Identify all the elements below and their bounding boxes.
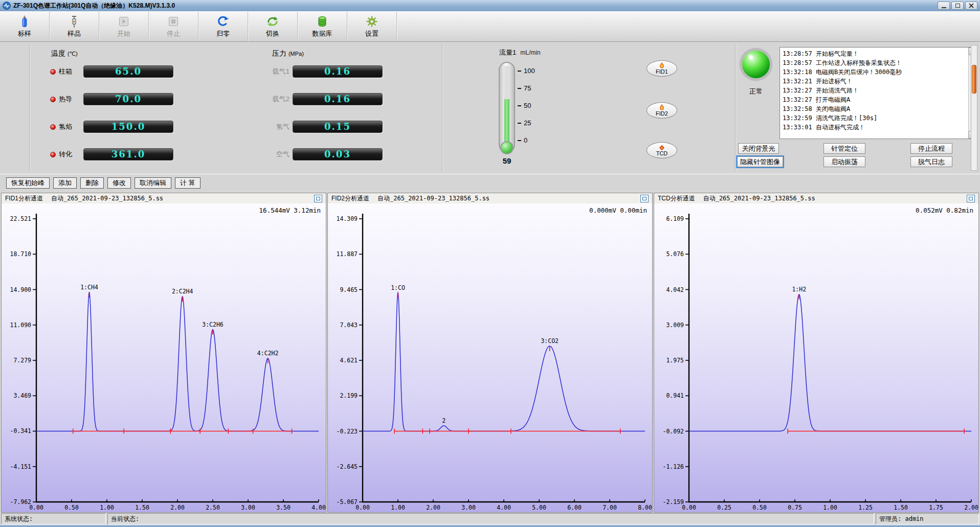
svg-text:1.00: 1.00 — [823, 504, 837, 511]
right-edge-strip[interactable] — [971, 45, 977, 171]
restore-initial-peaks-button[interactable]: 恢复初始峰 — [6, 177, 50, 189]
toolbar-label: 设置 — [365, 29, 378, 38]
temperature-label: 柱箱 — [59, 67, 80, 76]
toolbar-label: 归零 — [216, 29, 230, 38]
diamond-icon — [659, 145, 665, 151]
toolbar-button-switch[interactable]: 切换 — [248, 12, 298, 41]
svg-text:-2.645: -2.645 — [336, 463, 358, 470]
svg-text:16.544mV 3.12min: 16.544mV 3.12min — [259, 207, 321, 214]
toolbar-label: 开始 — [117, 29, 130, 38]
event-log[interactable]: 13:28:57 开始标气定量！ 13:28:57 工作站进入标样预备采集状态！… — [779, 47, 977, 139]
svg-text:0.50: 0.50 — [752, 504, 767, 511]
toolbar-button-start[interactable]: 开始 — [99, 12, 149, 41]
maximize-chart-button[interactable] — [967, 195, 975, 202]
toolbar-label: 停止 — [167, 29, 180, 38]
edge-strip-handle[interactable] — [972, 65, 976, 94]
switch-arrows-icon — [266, 15, 279, 28]
temperature-label: 热导 — [59, 95, 80, 104]
maximize-chart-button[interactable] — [640, 195, 649, 202]
svg-text:3:C2H6: 3:C2H6 — [202, 321, 224, 328]
status-led-icon — [50, 152, 56, 157]
add-peak-button[interactable]: 添加 — [53, 177, 77, 189]
system-status-led — [740, 49, 772, 80]
delete-peak-button[interactable]: 删除 — [80, 177, 104, 189]
toolbar-button-stop[interactable]: 停止 — [149, 12, 198, 41]
svg-text:-2.159: -2.159 — [662, 498, 684, 506]
svg-text:4.00: 4.00 — [497, 504, 511, 511]
flow-value: 59 — [495, 156, 519, 165]
flow-label: 流量1 — [499, 48, 516, 57]
log-line: 13:32:21 开始进标气！ — [783, 77, 967, 86]
svg-text:3.009: 3.009 — [666, 322, 684, 329]
close-button[interactable] — [965, 2, 977, 10]
detector-button-tcd[interactable]: TCD — [647, 142, 677, 158]
temperature-display: 150.0 — [83, 121, 173, 133]
log-line: 13:32:27 开始清洗气路！ — [783, 86, 967, 95]
flow-scale-tick: 50 — [524, 102, 531, 109]
window-title: ZF-301Q色谱工作站(301Q自动（绝缘油）K528.M)V3.1.3.0 — [13, 2, 175, 10]
pressure-display: 0.16 — [293, 65, 383, 78]
degas-log-button[interactable]: 脱气日志 — [910, 156, 952, 167]
app-logo-icon — [3, 2, 11, 10]
svg-text:6.00: 6.00 — [567, 504, 582, 511]
chart-header: TCD分析通道 自动_265_2021-09-23_132856_5.ss — [654, 193, 978, 203]
toolbar-button-database[interactable]: 数据库 — [298, 12, 347, 41]
log-line: 13:33:01 自动进标气完成！ — [783, 123, 967, 132]
needle-position-button[interactable]: 针管定位 — [823, 143, 865, 154]
toolbar-button-standard-sample[interactable]: 标样 — [0, 12, 50, 41]
maximize-icon — [969, 197, 973, 200]
minimize-button[interactable] — [938, 2, 950, 10]
log-line: 13:32:59 清洗气路完成！[30s] — [783, 113, 967, 123]
temperature-label: 转化 — [59, 150, 80, 159]
main-toolbar: 标样 样品 开始 停止 归零 切换 数据库 设置 — [0, 11, 980, 42]
svg-text:9.465: 9.465 — [340, 286, 358, 293]
temperature-group-title: 温度 (℃) — [51, 49, 78, 58]
maximize-icon — [955, 4, 960, 8]
calculate-button[interactable]: 计 算 — [175, 177, 201, 189]
chromatogram-plot-fid2[interactable]: 0.000mV 0.00min14.30911.8879.4657.0434.6… — [328, 203, 652, 512]
svg-text:2.00: 2.00 — [170, 504, 185, 511]
reset-arrow-icon — [216, 15, 230, 28]
maximize-chart-button[interactable] — [314, 195, 322, 202]
detector-button-fid2[interactable]: FID2 — [647, 102, 677, 119]
svg-text:1.975: 1.975 — [666, 357, 684, 364]
svg-text:2.50: 2.50 — [206, 504, 220, 511]
chart-header: FID1分析通道 自动_265_2021-09-23_132856_5.ss — [2, 193, 326, 203]
chromatogram-plot-tcd[interactable]: 0.052mV 0.82min6.1095.0764.0423.0091.975… — [654, 203, 978, 512]
flow-bulb — [500, 141, 514, 154]
maximize-button[interactable] — [951, 2, 964, 10]
modify-peak-button[interactable]: 修改 — [107, 177, 131, 189]
svg-text:4.621: 4.621 — [340, 357, 358, 364]
toolbar-button-zero[interactable]: 归零 — [198, 12, 248, 41]
temperature-display: 361.0 — [83, 148, 173, 161]
pressure-label: 氢气 — [268, 122, 289, 131]
stop-flow-button[interactable]: 停止流程 — [910, 143, 952, 154]
svg-text:2.00: 2.00 — [426, 504, 440, 511]
chart-header: FID2分析通道 自动_265_2021-09-23_132856_5.ss — [328, 193, 652, 203]
flow-gauge: 流量1 mL/min 100 75 50 25 0 59 — [495, 47, 562, 170]
temperature-row: 转化 361.0 — [50, 148, 173, 161]
svg-text:1:CO: 1:CO — [391, 284, 405, 291]
svg-text:1:H2: 1:H2 — [792, 286, 806, 293]
svg-text:0.052mV 0.82min: 0.052mV 0.82min — [916, 207, 973, 214]
chart-title: TCD分析通道 — [658, 194, 695, 203]
admin-cell: 管理员: admin — [876, 513, 979, 524]
detector-button-fid1[interactable]: FID1 — [647, 60, 677, 77]
pressure-row: 载气1 0.16 — [268, 65, 383, 78]
svg-text:2: 2 — [442, 417, 446, 424]
svg-text:-4.151: -4.151 — [10, 463, 31, 470]
svg-text:0.00: 0.00 — [355, 504, 370, 511]
svg-text:4.00: 4.00 — [311, 504, 326, 511]
svg-text:2:C2H4: 2:C2H4 — [172, 288, 193, 295]
chromatogram-plot-fid1[interactable]: 16.544mV 3.12min22.52118.71014.90011.090… — [2, 203, 326, 512]
svg-text:5.076: 5.076 — [666, 250, 684, 258]
toolbar-button-sample[interactable]: 样品 — [50, 12, 99, 41]
cancel-edit-button[interactable]: 取消编辑 — [135, 177, 171, 189]
start-oscillation-button[interactable]: 启动振荡 — [823, 156, 865, 167]
toolbar-button-settings[interactable]: 设置 — [347, 12, 397, 41]
svg-text:0.00: 0.00 — [29, 504, 43, 511]
close-backlight-button[interactable]: 关闭背景光 — [738, 143, 779, 154]
hide-needle-image-button[interactable]: 隐藏针管图像 — [737, 156, 783, 167]
svg-text:2.199: 2.199 — [340, 392, 358, 399]
svg-text:3.00: 3.00 — [461, 504, 476, 511]
